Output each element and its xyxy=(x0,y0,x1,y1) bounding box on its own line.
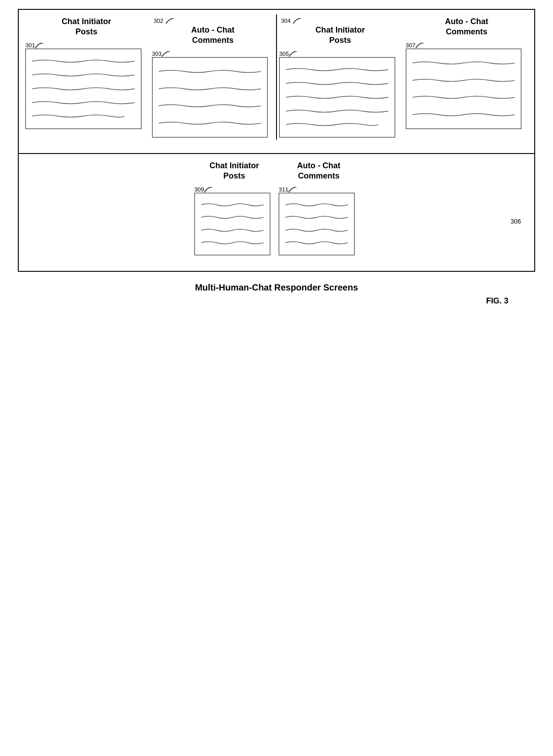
col-1-header: Chat Initiator Posts xyxy=(62,17,111,37)
wavy-4 xyxy=(159,120,261,126)
wavy-2 xyxy=(201,214,264,220)
wavy-3 xyxy=(285,227,348,233)
wavy-4 xyxy=(201,240,264,246)
wavy-4 xyxy=(285,240,348,246)
fig-label: FIG. 3 xyxy=(18,296,535,306)
col-4-header: Auto - Chat Comments xyxy=(445,17,488,37)
wavy-2 xyxy=(413,77,515,83)
wavy-1 xyxy=(285,202,348,208)
col-2: 302 Auto - Chat Comments 303 xyxy=(150,14,276,140)
ref-303: 303 xyxy=(152,50,162,57)
col-3: 304 Chat Initiator Posts 305 xyxy=(277,14,404,140)
ref-307: 307 xyxy=(406,42,416,49)
ref-301: 301 xyxy=(25,42,35,49)
right-pair: 304 Chat Initiator Posts 305 xyxy=(277,14,530,140)
wavy-1 xyxy=(32,58,135,64)
wavy-3 xyxy=(413,94,515,100)
content-box-311 xyxy=(279,193,355,255)
wavy-4 xyxy=(286,108,388,114)
top-section: Chat Initiator Posts 301 xyxy=(18,9,535,154)
col-5: Chat Initiator Posts 309 xyxy=(192,158,276,258)
col-1: Chat Initiator Posts 301 xyxy=(23,14,150,140)
wavy-2 xyxy=(32,72,135,78)
ref-309: 309 xyxy=(194,186,204,193)
ref-305: 305 xyxy=(279,50,289,57)
col-6: Auto - Chat Comments 311 xyxy=(276,158,361,258)
ref-306: 306 xyxy=(511,218,521,225)
col-2-header: Auto - Chat Comments xyxy=(191,25,235,46)
wavy-5 xyxy=(32,113,135,119)
wavy-4 xyxy=(32,100,135,106)
col-3-header: Chat Initiator Posts xyxy=(315,25,365,46)
wavy-4 xyxy=(413,112,515,118)
content-box-305 xyxy=(279,57,395,137)
content-box-303 xyxy=(152,57,268,137)
wavy-1 xyxy=(201,202,264,208)
col-4: Auto - Chat Comments 307 xyxy=(404,14,530,140)
wavy-1 xyxy=(159,68,261,75)
left-pair: Chat Initiator Posts 301 xyxy=(23,14,276,140)
content-box-301 xyxy=(25,49,141,129)
bottom-right-spacer: 306 xyxy=(361,158,530,258)
bottom-label: Multi-Human-Chat Responder Screens xyxy=(195,282,358,293)
wavy-2 xyxy=(286,80,388,87)
content-box-307 xyxy=(406,49,522,129)
wavy-3 xyxy=(286,94,388,100)
col-5-header: Chat Initiator Posts xyxy=(210,161,259,182)
wavy-5 xyxy=(286,121,388,128)
ref-304-top: 304 xyxy=(279,17,401,24)
wavy-2 xyxy=(159,86,261,92)
bottom-pair: Chat Initiator Posts 309 xyxy=(192,158,361,258)
wavy-2 xyxy=(285,214,348,220)
content-box-309 xyxy=(194,193,270,255)
bottom-left-spacer xyxy=(23,158,192,258)
wavy-3 xyxy=(32,86,135,92)
col-6-header: Auto - Chat Comments xyxy=(297,161,340,182)
diagram-container: Chat Initiator Posts 301 xyxy=(18,9,535,306)
wavy-3 xyxy=(159,103,261,109)
wavy-1 xyxy=(286,66,388,73)
wavy-3 xyxy=(201,227,264,233)
ref-311: 311 xyxy=(279,186,289,193)
bottom-section: Chat Initiator Posts 309 xyxy=(18,154,535,272)
wavy-1 xyxy=(413,60,515,66)
ref-302-top: 302 xyxy=(152,17,274,24)
